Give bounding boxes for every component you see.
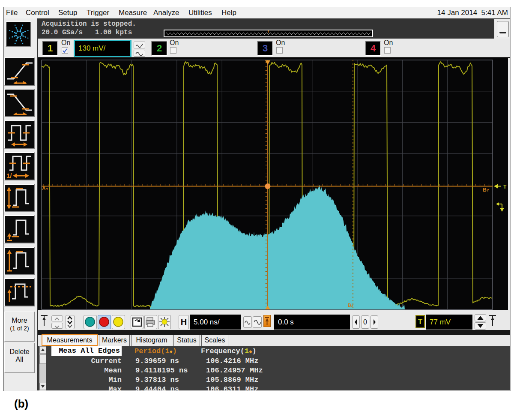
svg-text:T: T bbox=[503, 184, 507, 190]
svg-text:AY: AY bbox=[42, 186, 48, 192]
svg-text:1/: 1/ bbox=[6, 172, 12, 179]
svg-text:BY: BY bbox=[483, 187, 489, 193]
